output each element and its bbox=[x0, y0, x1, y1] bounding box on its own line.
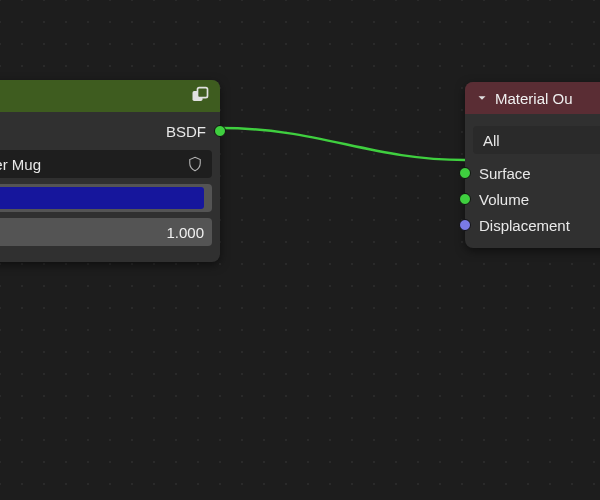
socket-input-surface[interactable] bbox=[459, 167, 471, 179]
color-swatch[interactable] bbox=[0, 187, 204, 209]
svg-rect-1 bbox=[198, 88, 208, 98]
socket-input-displacement[interactable] bbox=[459, 219, 471, 231]
node-body: All Surface Volume Displacement bbox=[465, 114, 600, 248]
color-field[interactable]: or bbox=[0, 184, 212, 212]
node-header[interactable]: Material Ou bbox=[465, 82, 600, 114]
wire-bsdf-to-surface bbox=[220, 128, 465, 160]
input-label: Volume bbox=[479, 191, 529, 208]
output-row-bsdf: BSDF bbox=[0, 118, 220, 144]
shield-icon[interactable] bbox=[186, 155, 204, 173]
node-header[interactable]: er Mug bbox=[0, 80, 220, 112]
input-row-displacement: Displacement bbox=[465, 212, 600, 238]
material-name-field[interactable]: Blender Mug bbox=[0, 150, 212, 178]
dropdown-selected: All bbox=[483, 132, 500, 149]
node-material-group[interactable]: er Mug BSDF Blender Mug or ness 1.000 bbox=[0, 80, 220, 262]
material-name-value: Blender Mug bbox=[0, 156, 180, 173]
input-row-volume: Volume bbox=[465, 186, 600, 212]
chevron-down-icon[interactable] bbox=[475, 91, 489, 105]
input-row-surface: Surface bbox=[465, 160, 600, 186]
roughness-slider[interactable]: ness 1.000 bbox=[0, 218, 212, 246]
roughness-label: ness bbox=[0, 224, 166, 241]
node-title: er Mug bbox=[0, 88, 184, 105]
input-label: Surface bbox=[479, 165, 531, 182]
node-material-output[interactable]: Material Ou All Surface Volume Displacem… bbox=[465, 82, 600, 248]
node-body: BSDF Blender Mug or ness 1.000 bbox=[0, 112, 220, 262]
socket-output-bsdf[interactable] bbox=[214, 125, 226, 137]
node-group-icon[interactable] bbox=[190, 86, 210, 106]
socket-input-volume[interactable] bbox=[459, 193, 471, 205]
input-label: Displacement bbox=[479, 217, 570, 234]
node-title: Material Ou bbox=[495, 90, 600, 107]
target-dropdown[interactable]: All bbox=[473, 126, 600, 154]
output-label: BSDF bbox=[166, 123, 206, 140]
roughness-value: 1.000 bbox=[166, 224, 204, 241]
